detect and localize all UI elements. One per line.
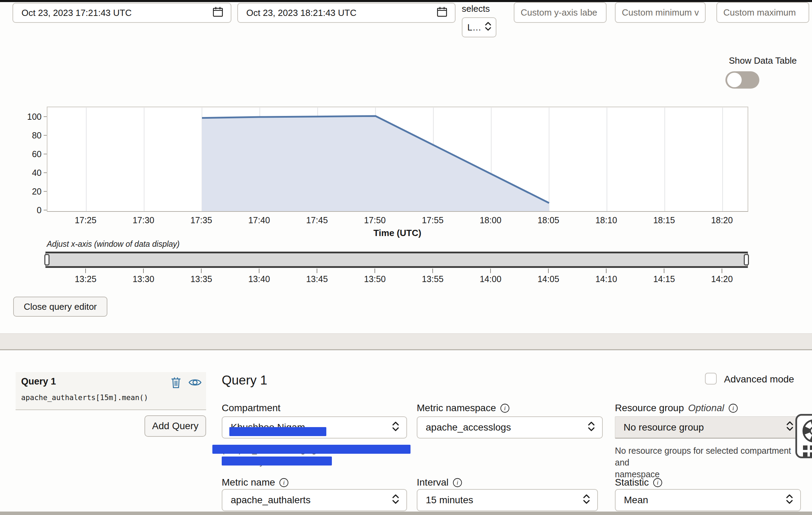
svg-text:i: i [457, 480, 458, 486]
y-tick-label: 40 [20, 168, 42, 178]
svg-text:i: i [657, 480, 658, 486]
chevron-updown-icon [391, 494, 400, 507]
slider-tick-label: 13:50 [359, 274, 390, 284]
custom-y-axis-label-field[interactable] [514, 2, 607, 23]
x-tick-label: 17:35 [186, 215, 217, 225]
advanced-mode-checkbox[interactable] [705, 373, 717, 385]
x-tick-label: 17:45 [301, 215, 333, 225]
x-tick-label: 17:55 [417, 215, 448, 225]
statistic-select[interactable]: Mean [615, 489, 801, 511]
slider-tick-mark [85, 269, 86, 273]
x-tick-label: 17:40 [244, 215, 275, 225]
x-tick-label: 18:00 [475, 215, 506, 225]
resource-group-label: Resource group [615, 403, 684, 414]
quick-select-value: L… [467, 22, 481, 33]
slider-tick-label: 13:25 [70, 274, 101, 284]
query-form-heading: Query 1 [222, 373, 267, 388]
x-tick-label: 18:20 [706, 215, 738, 225]
interval-select[interactable]: 15 minutes [417, 489, 598, 511]
y-tick-mark [44, 154, 47, 154]
compartment-select[interactable]: Khushboo Nigam [222, 416, 407, 439]
y-tick-mark [44, 135, 47, 136]
calendar-icon[interactable] [212, 6, 224, 20]
slider-handle-left[interactable] [44, 254, 50, 265]
life-ring-icon[interactable] [802, 418, 812, 445]
info-icon[interactable]: i [279, 478, 289, 487]
info-icon[interactable]: i [653, 478, 662, 487]
slider-handle-right[interactable] [744, 254, 749, 265]
adjust-x-axis-label: Adjust x-axis (window of data display) [47, 240, 180, 249]
metric-name-select[interactable]: apache_authalerts [222, 489, 407, 511]
slider-tick-mark [490, 269, 491, 273]
start-time-input[interactable]: Oct 23, 2023 17:21:43 UTC [12, 3, 231, 23]
show-data-table-toggle[interactable] [725, 71, 759, 89]
y-tick-mark [44, 116, 47, 117]
chevron-updown-icon [587, 421, 596, 434]
chevron-updown-icon [582, 494, 591, 507]
resource-group-value: No resource group [624, 422, 704, 433]
add-query-button[interactable]: Add Query [144, 415, 206, 437]
y-tick-label: 80 [20, 130, 42, 141]
quick-selects-label: selects [462, 3, 490, 14]
metric-namespace-label: Metric namespace [417, 403, 496, 414]
metric-namespace-value: apache_accesslogs [426, 422, 511, 433]
y-tick-mark [44, 172, 47, 173]
slider-tick-mark [664, 269, 664, 273]
info-icon[interactable]: i [729, 404, 738, 413]
slider-tick-label: 13:45 [301, 274, 333, 284]
calendar-icon[interactable] [436, 6, 448, 20]
slider-tick-mark [548, 269, 549, 273]
resource-group-label-row: Resource group Optional i [615, 403, 738, 414]
metric-name-label: Metric name [222, 477, 275, 488]
statistic-label: Statistic [615, 477, 649, 488]
custom-maximum-field[interactable] [716, 2, 809, 23]
x-tick-label: 17:30 [128, 215, 159, 225]
x-tick-label: 17:50 [359, 215, 390, 225]
chevron-updown-icon [785, 494, 794, 507]
section-divider [0, 333, 812, 350]
custom-maximum-input[interactable] [717, 3, 809, 22]
slider-tick-mark [432, 269, 433, 273]
slider-tick-mark [374, 269, 375, 273]
metric-namespace-select[interactable]: apache_accesslogs [417, 416, 603, 439]
grid-icon[interactable] [803, 445, 812, 457]
slider-tick-mark [606, 269, 607, 273]
slider-tick-label: 14:10 [591, 274, 622, 284]
x-axis-title: Time (UTC) [345, 228, 449, 238]
svg-text:i: i [504, 405, 505, 411]
info-icon[interactable]: i [500, 404, 510, 413]
slider-tick-label: 14:05 [533, 274, 564, 284]
metric-name-label-row: Metric name i [222, 477, 289, 488]
custom-minimum-field[interactable] [615, 2, 706, 23]
slider-tick-label: 14:20 [706, 274, 738, 284]
quick-select-dropdown[interactable]: L… [462, 17, 496, 37]
y-tick-mark [44, 210, 47, 210]
custom-y-axis-label-input[interactable] [514, 3, 606, 22]
toggle-knob [727, 73, 742, 87]
custom-minimum-input[interactable] [616, 3, 705, 22]
slider-tick-mark [722, 269, 722, 273]
slider-tick-mark [201, 269, 202, 273]
end-time-value: Oct 23, 2023 18:21:43 UTC [246, 8, 356, 18]
query-card[interactable]: Query 1 apache_authalerts[15m].mean() [16, 372, 206, 410]
advanced-mode-label: Advanced mode [724, 374, 794, 385]
slider-tick-label: 13:40 [244, 274, 275, 284]
metric-name-value: apache_authalerts [231, 495, 310, 506]
close-query-editor-button[interactable]: Close query editor [13, 297, 107, 317]
interval-label: Interval [417, 477, 449, 488]
resource-group-helper: No resource groups for selected compartm… [615, 445, 795, 480]
x-tick-label: 18:05 [533, 215, 564, 225]
redaction-bar [222, 457, 332, 466]
y-tick-label: 60 [20, 149, 42, 159]
end-time-input[interactable]: Oct 23, 2023 18:21:43 UTC [237, 3, 456, 23]
x-tick-label: 18:15 [648, 215, 680, 225]
resource-group-select[interactable]: No resource group [615, 416, 801, 439]
statistic-value: Mean [624, 495, 648, 506]
chevron-updown-icon [484, 21, 492, 34]
floating-widget[interactable] [795, 414, 812, 458]
delete-query-icon[interactable] [170, 376, 183, 389]
redaction-bar [212, 445, 411, 454]
show-hide-query-icon[interactable] [188, 377, 201, 389]
x-window-range-slider[interactable] [45, 252, 748, 268]
info-icon[interactable]: i [453, 478, 462, 487]
